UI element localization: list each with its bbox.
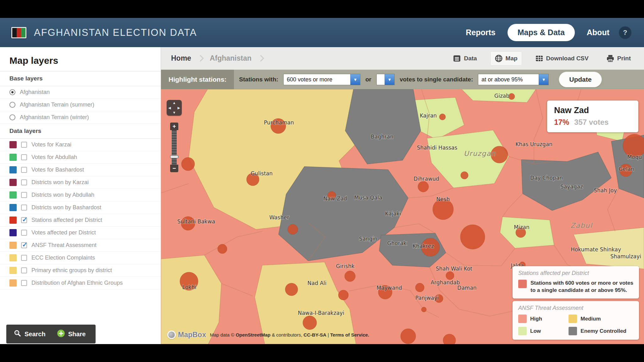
share-label: Share xyxy=(68,331,86,338)
data-layer-ansf-threat-assessment[interactable]: ANSF Threat Assessment xyxy=(0,239,161,252)
data-layer-distribution-of-afghan-ethnic-groups[interactable]: Distribution of Afghan Ethnic Groups xyxy=(0,277,161,289)
zoom-in-button[interactable]: + xyxy=(170,123,178,130)
license-link[interactable]: CC-BY-SA xyxy=(303,332,326,337)
data-layer-votes-for-karzai[interactable]: Votes for Karzai xyxy=(0,139,161,151)
brand[interactable]: AFGHANISTAN ELECTION DATA xyxy=(11,27,197,38)
station-circle[interactable] xyxy=(285,283,298,296)
district-label-nad-ali: Nad Ali xyxy=(308,280,326,286)
tooltip-votes: 357 votes xyxy=(574,118,608,127)
breadcrumb-afghanistan[interactable]: Afghanistan xyxy=(210,54,252,63)
legend-ansf-heading: ANSF Threat Assessment xyxy=(518,305,633,311)
layer-color-swatch xyxy=(9,254,17,261)
zoom-slider-handle[interactable] xyxy=(170,155,178,158)
base-layer-label: Afghanistan Terrain (winter) xyxy=(20,114,89,121)
base-layer-afghanistan-terrain-summer[interactable]: Afghanistan Terrain (summer) xyxy=(0,99,161,111)
station-circle[interactable] xyxy=(181,157,195,171)
station-circle[interactable] xyxy=(460,225,485,249)
layer-checkbox[interactable] xyxy=(21,154,27,160)
votes-threshold-select[interactable]: 600 votes or more xyxy=(283,74,360,85)
layer-color-swatch xyxy=(9,204,17,211)
station-circle[interactable] xyxy=(446,272,454,280)
header-nav: ReportsMaps & DataAbout xyxy=(466,24,609,41)
candidate-threshold-select[interactable]: at or above 95% xyxy=(478,74,549,85)
layer-checkbox[interactable] xyxy=(21,280,27,286)
layer-checkbox[interactable] xyxy=(21,142,27,148)
station-circle[interactable] xyxy=(338,290,348,300)
data-layer-label: Stations affected per District xyxy=(31,217,102,223)
radio-button[interactable] xyxy=(9,102,15,108)
layer-checkbox[interactable] xyxy=(21,179,27,185)
zoom-out-button[interactable]: − xyxy=(170,165,178,172)
data-layer-label: ECC Election Complaints xyxy=(31,255,95,261)
district-label-nawa-i-barakzayi: Nawa-I-Barakzayi xyxy=(298,310,344,316)
legend-stations-box: Stations affected per District Stations … xyxy=(513,266,639,299)
district-label-khakrez: Khakrez xyxy=(413,243,434,249)
station-circle[interactable] xyxy=(401,329,416,344)
mapbox-logo[interactable]: MapBox xyxy=(167,331,206,339)
data-layer-votes-affected-per-district[interactable]: Votes affected per District xyxy=(0,227,161,239)
pan-down-icon[interactable]: ▼ xyxy=(173,111,176,114)
pan-right-icon[interactable]: ▶ xyxy=(178,106,180,110)
data-layer-votes-for-bashardost[interactable]: Votes for Bashardost xyxy=(0,164,161,176)
base-layer-afghanistan[interactable]: Afghanistan xyxy=(0,86,161,99)
district-label-washer: Washer xyxy=(269,214,289,221)
radio-button[interactable] xyxy=(9,114,15,120)
station-circle[interactable] xyxy=(418,181,429,192)
nav-maps-data[interactable]: Maps & Data xyxy=(508,24,575,41)
layer-checkbox[interactable] xyxy=(21,205,27,211)
highlight-stations-badge: Highlight stations: xyxy=(161,70,234,89)
data-layer-primary-ethnic-groups-by-district[interactable]: Primary ethnic groups by district xyxy=(0,264,161,277)
station-circle[interactable] xyxy=(439,114,446,120)
station-circle[interactable] xyxy=(303,316,317,330)
download-csv-button[interactable]: Download CSV xyxy=(531,51,593,66)
breadcrumb-home[interactable]: Home xyxy=(171,54,191,63)
district-label-lokhi: Lokhi xyxy=(182,284,197,290)
layer-checkbox[interactable] xyxy=(21,167,27,173)
district-label-dihrawud: Dihrawud xyxy=(414,176,439,182)
station-circle[interactable] xyxy=(461,172,468,179)
station-circle[interactable] xyxy=(345,271,355,282)
map-canvas[interactable]: GizabKajranPurchamanBaghranShahidi Hassa… xyxy=(161,89,644,344)
map-button[interactable]: Map xyxy=(490,51,522,66)
action-label: Download CSV xyxy=(546,55,589,62)
or-operator-select[interactable] xyxy=(376,74,395,85)
terms-of-service-link[interactable]: Terms of Service. xyxy=(330,332,369,337)
map-pan-control[interactable]: ▲ ▼ ◀ ▶ xyxy=(167,100,182,116)
share-button[interactable]: Share xyxy=(57,329,86,339)
data-layer-districts-won-by-karzai[interactable]: Districts won by Karzai xyxy=(0,176,161,189)
data-layer-stations-affected-per-district[interactable]: Stations affected per District xyxy=(0,214,161,227)
layer-checkbox[interactable] xyxy=(21,230,27,236)
data-layer-label: ANSF Threat Assessment xyxy=(31,242,97,249)
layer-checkbox[interactable] xyxy=(21,255,27,261)
pan-left-icon[interactable]: ◀ xyxy=(168,106,171,110)
base-layer-afghanistan-terrain-winter[interactable]: Afghanistan Terrain (winter) xyxy=(0,111,161,124)
data-layer-ecc-election-complaints[interactable]: ECC Election Complaints xyxy=(0,252,161,264)
search-button[interactable]: Search xyxy=(14,330,46,339)
attribution-text: Map data © OpenStreetMap & contributors,… xyxy=(210,332,369,337)
data-layer-districts-won-by-bashardost[interactable]: Districts won by Bashardost xyxy=(0,201,161,214)
layer-checkbox[interactable] xyxy=(21,192,27,198)
openstreetmap-link[interactable]: OpenStreetMap xyxy=(236,332,270,337)
print-button[interactable]: Print xyxy=(602,51,635,66)
province-label-uruzgan: Uruzgan xyxy=(464,150,496,157)
layer-checkbox[interactable] xyxy=(21,267,27,273)
station-circle[interactable] xyxy=(218,244,227,254)
layer-checkbox[interactable] xyxy=(21,242,27,248)
map-layers-sidebar: Map layers Base layers AfghanistanAfghan… xyxy=(0,47,161,344)
station-circle[interactable] xyxy=(421,307,426,312)
help-button[interactable]: ? xyxy=(619,26,631,39)
station-circle[interactable] xyxy=(288,224,298,234)
layer-color-swatch xyxy=(9,179,17,186)
legend-stations-text: Stations with 600 votes or more or votes… xyxy=(530,280,633,294)
data-layer-districts-won-by-abdullah[interactable]: Districts won by Abdullah xyxy=(0,189,161,201)
zoom-track[interactable] xyxy=(172,130,177,165)
radio-button[interactable] xyxy=(9,89,15,95)
layer-checkbox[interactable] xyxy=(21,217,27,223)
data-button[interactable]: Data xyxy=(448,51,481,66)
data-layer-votes-for-abdullah[interactable]: Votes for Abdullah xyxy=(0,151,161,164)
nav-reports[interactable]: Reports xyxy=(466,28,495,37)
pan-up-icon[interactable]: ▲ xyxy=(173,101,176,105)
station-circle[interactable] xyxy=(415,283,424,292)
update-button[interactable]: Update xyxy=(559,72,602,87)
nav-about[interactable]: About xyxy=(587,28,609,37)
